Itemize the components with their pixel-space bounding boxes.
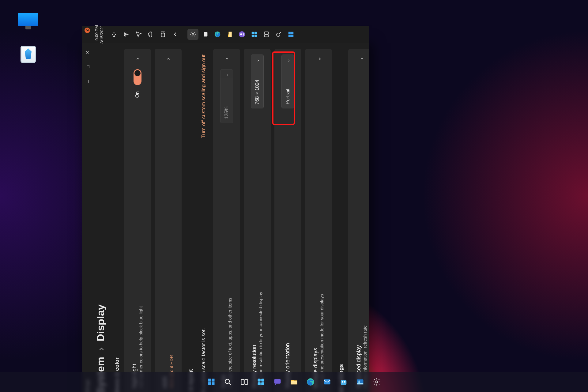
taskbar-time: 9:00 PM <box>94 25 100 43</box>
outer-explorer[interactable] <box>288 376 300 388</box>
notification-badge[interactable]: 2 <box>85 28 90 33</box>
svg-rect-26 <box>254 32 257 34</box>
row-scale[interactable]: Scale Change the size of text, apps, and… <box>213 49 240 392</box>
night-light-toggle[interactable] <box>134 69 141 85</box>
svg-rect-40 <box>245 379 247 384</box>
chevron-up-icon[interactable] <box>170 29 181 40</box>
svg-rect-44 <box>261 382 264 385</box>
taskbar-explorer[interactable] <box>224 29 235 40</box>
multiple-sub: Choose the presentation mode for your di… <box>319 69 324 388</box>
svg-rect-51 <box>344 381 345 383</box>
row-hdr[interactable]: HDR HDR More about HDR › <box>155 49 182 392</box>
warning-text: A custom scale factor is set. <box>201 142 207 392</box>
section-related: Related settings <box>334 43 346 392</box>
taskbar-search[interactable] <box>273 29 284 40</box>
scale-value: 125% <box>224 107 229 119</box>
outer-settings[interactable] <box>371 376 383 388</box>
row-multiple-displays[interactable]: Multiple displays Choose the presentatio… <box>305 49 332 392</box>
outer-widgets[interactable] <box>255 376 267 388</box>
advanced-title: Advanced display <box>356 69 362 388</box>
svg-rect-37 <box>212 382 214 385</box>
taskbar-start[interactable] <box>285 29 296 40</box>
svg-rect-41 <box>258 379 261 382</box>
svg-rect-25 <box>254 35 257 37</box>
night-light-sub: Use warmer colors to help block blue lig… <box>138 103 143 388</box>
resolution-value: 768 × 1024 <box>254 80 260 104</box>
night-light-title: Night light <box>131 103 138 388</box>
recycle-bin-icon <box>21 46 36 63</box>
breadcrumb-page: Display <box>95 304 106 341</box>
outer-photos[interactable] <box>354 376 366 388</box>
section-scale-layout: Scale & layout <box>183 43 196 392</box>
svg-rect-23 <box>252 35 254 37</box>
scale-sub: Change the size of text, apps, and other… <box>228 129 232 388</box>
chevron-right-icon: › <box>95 347 106 351</box>
chevron-right-icon[interactable]: › <box>134 55 141 63</box>
warning-link[interactable]: Turn off custom scaling and sign out <box>201 55 207 138</box>
taskbar-taskview[interactable] <box>261 29 272 40</box>
svg-rect-42 <box>261 379 264 382</box>
chevron-down-icon: ⌄ <box>224 73 229 77</box>
outer-taskbar <box>0 372 588 392</box>
desktop-icon-this-pc[interactable] <box>13 13 43 32</box>
wifi-icon[interactable] <box>121 29 132 40</box>
monitor-icon <box>18 13 38 26</box>
svg-rect-36 <box>208 382 211 385</box>
location-icon[interactable] <box>133 29 144 40</box>
outer-chat[interactable] <box>271 376 284 388</box>
orientation-dropdown[interactable]: Portrait ⌄ <box>281 55 294 108</box>
taskbar-clock[interactable]: 9:00 PM 8/15/2021 <box>94 25 105 43</box>
resolution-dropdown[interactable]: 768 × 1024 ⌄ <box>251 55 264 108</box>
outer-search[interactable] <box>222 376 234 388</box>
chevron-down-icon[interactable]: ⌄ <box>315 55 322 63</box>
svg-rect-18 <box>204 32 207 37</box>
outer-mail[interactable] <box>321 376 333 388</box>
taskbar-people[interactable] <box>236 29 247 40</box>
svg-rect-33 <box>291 32 293 34</box>
row-resolution[interactable]: Display resolution Adjust the resolution… <box>244 49 271 392</box>
hdr-link[interactable]: More about HDR <box>169 69 174 388</box>
section-brightness-color: Brightness & color <box>110 43 122 392</box>
desktop: ← Settings – □ ✕ ☰ System › Display Brig… <box>0 0 588 392</box>
scale-dropdown[interactable]: 125% ⌄ <box>220 69 233 123</box>
row-advanced-display[interactable]: Advanced display Display information, re… <box>348 49 369 392</box>
row-night-light[interactable]: Night light Use warmer colors to help bl… <box>124 49 151 392</box>
svg-rect-50 <box>342 381 343 383</box>
multiple-title: Multiple displays <box>312 69 319 388</box>
meet-now-icon[interactable] <box>157 29 168 40</box>
maximize-button[interactable]: □ <box>83 60 92 74</box>
svg-point-38 <box>225 379 229 383</box>
taskbar-widgets[interactable] <box>249 29 260 40</box>
onedrive-icon[interactable] <box>145 29 156 40</box>
svg-rect-27 <box>264 35 268 37</box>
svg-rect-49 <box>341 380 347 385</box>
outer-start[interactable] <box>205 376 217 388</box>
svg-rect-30 <box>288 35 291 37</box>
svg-rect-20 <box>229 32 232 37</box>
close-button[interactable]: ✕ <box>83 45 92 59</box>
chevron-down-icon: ⌄ <box>285 58 291 62</box>
chevron-right-icon[interactable]: › <box>358 55 365 63</box>
svg-rect-45 <box>274 379 281 384</box>
inner-taskbar: 2 9:00 PM 8/15/2021 <box>82 26 369 43</box>
title-bar: ← Settings – □ ✕ <box>82 43 93 392</box>
row-orientation[interactable]: Display orientation Portrait ⌄ <box>274 49 301 392</box>
svg-rect-34 <box>208 379 211 382</box>
taskbar-store[interactable] <box>200 29 211 40</box>
outer-taskview[interactable] <box>238 376 251 388</box>
chevron-right-icon[interactable]: › <box>223 55 230 63</box>
taskbar-edge[interactable] <box>212 29 223 40</box>
svg-point-29 <box>277 33 280 36</box>
svg-rect-28 <box>264 32 268 34</box>
volume-icon[interactable] <box>108 29 119 40</box>
outer-edge[interactable] <box>304 376 317 388</box>
minimize-button[interactable]: – <box>83 75 92 88</box>
outer-store[interactable] <box>337 376 350 388</box>
resolution-sub: Adjust the resolution to fit your connec… <box>258 114 263 388</box>
svg-rect-35 <box>212 379 214 382</box>
svg-rect-48 <box>324 379 330 384</box>
svg-rect-43 <box>258 382 261 385</box>
desktop-icon-recycle-bin[interactable] <box>13 46 43 65</box>
chevron-right-icon[interactable]: › <box>164 55 172 63</box>
taskbar-settings[interactable] <box>187 29 198 40</box>
